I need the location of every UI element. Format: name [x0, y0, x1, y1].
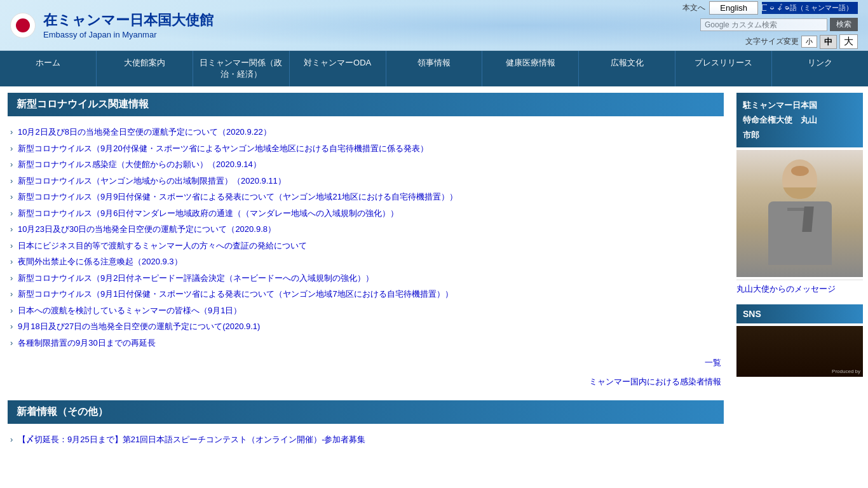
- english-button[interactable]: English: [709, 1, 758, 15]
- news-link[interactable]: 新型コロナウイルス（9月9日付保健・スポーツ省による発表について（ヤンゴン地域2…: [18, 192, 458, 201]
- nav-item[interactable]: プレスリリース: [675, 51, 772, 86]
- news-item: 新型コロナウイルス（9月6日付マンダレー地域政府の通達（（マンダレー地域への入域…: [8, 205, 724, 222]
- sns-header: SNS: [736, 304, 863, 323]
- news-item: 夜間外出禁止令に係る注意喚起（2020.9.3）: [8, 254, 724, 270]
- news-link[interactable]: 新型コロナウイルス（9月1日付保健・スポーツ省による発表について（ヤンゴン地域7…: [18, 289, 453, 299]
- news-link[interactable]: 新型コロナウイルス（9月20付保健・スポーツ省によるヤンゴン地域全地区における自…: [18, 144, 428, 153]
- fontsize-label: 文字サイズ変更: [745, 36, 799, 47]
- corona-section: 新型コロナウイルス関連情報 10月2日及び8日の当地発全日空便の運航予定について…: [8, 93, 724, 394]
- news-link[interactable]: 夜間外出禁止令に係る注意喚起（2020.9.3）: [18, 257, 182, 266]
- ambassador-photo: [736, 150, 863, 277]
- news-item: 9月18日及び27日の当地発全日空便の運航予定について(2020.9.1): [8, 318, 724, 335]
- lang-label: 本文へ: [682, 3, 705, 13]
- news-item: 10月23日及び30日の当地発全日空便の運航予定について（2020.9.8）: [8, 221, 724, 238]
- main-nav: ホーム大使館案内日ミャンマー関係（政治・経済）対ミャンマーODA領事情報健康医療…: [0, 51, 868, 86]
- news-link[interactable]: 日本への渡航を検討しているミャンマーの皆様へ（9月1日）: [18, 306, 241, 315]
- nav-item[interactable]: 日ミャンマー関係（政治・経済）: [193, 51, 290, 86]
- news-link[interactable]: 新型コロナウイルス（ヤンゴン地域からの出域制限措置）（2020.9.11）: [18, 176, 286, 186]
- nav-item[interactable]: リンク: [772, 51, 868, 86]
- news-link[interactable]: 日本にビジネス目的等で渡航するミャンマー人の方々への査証の発給について: [18, 241, 307, 250]
- news-item: 新型コロナウイルス（9月20付保健・スポーツ省によるヤンゴン地域全地区における自…: [8, 140, 724, 157]
- ambassador-message-link[interactable]: 丸山大使からのメッセージ: [736, 280, 863, 298]
- nav-item[interactable]: ホーム: [0, 51, 97, 86]
- japan-flag: [10, 13, 36, 38]
- ambassador-title-block: 駐ミャンマー日本国特命全権大使 丸山市郎: [736, 93, 863, 147]
- news-item: 10月2日及び8日の当地発全日空便の運航予定について（2020.9.22）: [8, 124, 724, 140]
- news-link[interactable]: 新型コロナウイルス感染症（大使館からのお願い）（2020.9.14）: [18, 159, 261, 169]
- news-link[interactable]: 【〆切延長：9月25日まで】第21回日本語スピーチコンテスト（オンライン開催）-…: [18, 435, 365, 444]
- nav-item[interactable]: 広報文化: [579, 51, 675, 86]
- news-item: 日本にビジネス目的等で渡航するミャンマー人の方々への査証の発給について: [8, 238, 724, 254]
- news-item: 新型コロナウイルス（9月2日付ネーピードー評議会決定（ネービードーへの入域規制の…: [8, 270, 724, 287]
- news-item: 新型コロナウイルス感染症（大使館からのお願い）（2020.9.14）: [8, 156, 724, 173]
- news-link[interactable]: 10月23日及び30日の当地発全日空便の運航予定について（2020.9.8）: [18, 224, 276, 234]
- site-title: 在ミャンマー日本国大使館 Embassy of Japan in Myanmar: [43, 11, 682, 39]
- news-item: 新型コロナウイルス（9月1日付保健・スポーツ省による発表について（ヤンゴン地域7…: [8, 286, 724, 302]
- myanmar-link-row: ミャンマー国内における感染者情報: [8, 374, 724, 394]
- more-link[interactable]: 一覧: [705, 358, 721, 367]
- nav-item[interactable]: 対ミャンマーODA: [290, 51, 386, 86]
- new-info-section: 新着情報（その他） 【〆切延長：9月25日まで】第21回日本語スピーチコンテスト…: [8, 400, 724, 449]
- news-item: 日本への渡航を検討しているミャンマーの皆様へ（9月1日）: [8, 302, 724, 319]
- new-info-list: 【〆切延長：9月25日まで】第21回日本語スピーチコンテスト（オンライン開催）-…: [8, 430, 724, 449]
- news-link[interactable]: 9月18日及び27日の当地発全日空便の運航予定について(2020.9.1): [18, 322, 260, 331]
- nav-item[interactable]: 大使館案内: [97, 51, 193, 86]
- nav-item[interactable]: 領事情報: [386, 51, 483, 86]
- new-info-header: 新着情報（その他）: [8, 400, 724, 424]
- fontsize-medium-button[interactable]: 中: [820, 35, 837, 49]
- news-link[interactable]: 新型コロナウイルス（9月2日付ネーピードー評議会決定（ネービードーへの入域規制の…: [18, 273, 374, 283]
- news-item: 新型コロナウイルス（9月9日付保健・スポーツ省による発表について（ヤンゴン地域2…: [8, 189, 724, 205]
- fontsize-small-button[interactable]: 小: [801, 36, 817, 48]
- produced-by: Produced by: [832, 369, 860, 374]
- sns-content: Produced by: [736, 326, 863, 377]
- news-item: 【〆切延長：9月25日まで】第21回日本語スピーチコンテスト（オンライン開催）-…: [8, 431, 724, 448]
- news-link[interactable]: 新型コロナウイルス（9月6日付マンダレー地域政府の通達（（マンダレー地域への入域…: [18, 208, 398, 218]
- nav-item[interactable]: 健康医療情報: [482, 51, 579, 86]
- corona-news-list: 10月2日及び8日の当地発全日空便の運航予定について（2020.9.22）新型コ…: [8, 123, 724, 352]
- news-item: 各種制限措置の9月30日までの再延長: [8, 335, 724, 351]
- search-input[interactable]: [700, 18, 827, 31]
- myanmar-infection-link[interactable]: ミャンマー国内における感染者情報: [589, 377, 721, 386]
- fontsize-large-button[interactable]: 大: [839, 34, 858, 49]
- top-right-controls: 本文へ English မြန်မာ語（ミャンマー語） 検索 文字サイズ変更 小…: [682, 1, 858, 49]
- news-item: 新型コロナウイルス（ヤンゴン地域からの出域制限措置）（2020.9.11）: [8, 173, 724, 189]
- more-row: 一覧: [8, 352, 724, 374]
- search-button[interactable]: 検索: [830, 18, 858, 31]
- myanmar-lang-button[interactable]: မြန်မာ語（ミャンマー語）: [762, 2, 858, 14]
- news-link[interactable]: 各種制限措置の9月30日までの再延長: [18, 338, 156, 348]
- news-link[interactable]: 10月2日及び8日の当地発全日空便の運航予定について（2020.9.22）: [18, 127, 271, 137]
- corona-section-header: 新型コロナウイルス関連情報: [8, 93, 724, 116]
